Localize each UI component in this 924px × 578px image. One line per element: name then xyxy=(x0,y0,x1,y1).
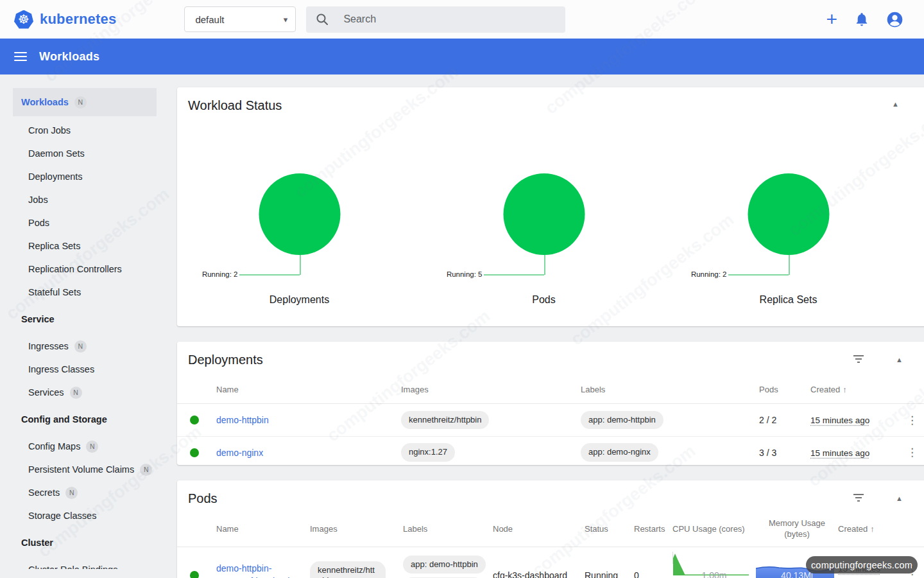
collapse-arrow-icon[interactable]: ▲ xyxy=(896,495,903,502)
cpu-usage-value: 1.00m xyxy=(672,564,756,578)
sort-ascending-icon: ↑ xyxy=(843,385,847,394)
pie-running-segment[interactable] xyxy=(259,173,340,255)
col-images[interactable]: Images xyxy=(310,524,403,534)
table-row[interactable]: demo-nginx nginx:1.27 app: demo-nginx 3 … xyxy=(177,436,924,465)
search-bar[interactable] xyxy=(306,6,565,33)
table-row[interactable]: demo-httpbin kennethreitz/httpbin app: d… xyxy=(177,404,924,436)
deployment-name-link[interactable]: demo-nginx xyxy=(216,448,401,458)
sidebar-item-secrets[interactable]: Secrets N xyxy=(0,481,167,504)
sidebar-item-deployments[interactable]: Deployments xyxy=(0,165,167,188)
col-labels[interactable]: Labels xyxy=(403,524,493,534)
new-badge: N xyxy=(74,96,87,109)
image-chip: kennethreitz/httpbin xyxy=(401,411,489,429)
pie-caption: Pods xyxy=(422,294,666,306)
new-badge: N xyxy=(74,340,87,353)
sidebar-item-replica-sets[interactable]: Replica Sets xyxy=(0,234,167,258)
sidebar-item-daemon-sets[interactable]: Daemon Sets xyxy=(0,142,167,165)
pod-restarts: 0 xyxy=(634,570,672,578)
pie-caption: Replica Sets xyxy=(666,294,911,306)
col-images[interactable]: Images xyxy=(401,385,581,394)
pie-running-segment[interactable] xyxy=(748,173,829,255)
sort-ascending-icon: ↑ xyxy=(870,524,875,534)
new-badge: N xyxy=(86,441,98,453)
pods-count: 2 / 2 xyxy=(759,415,810,425)
row-menu-kebab-icon[interactable]: ⋮ xyxy=(907,446,924,459)
callout-line xyxy=(239,274,300,276)
pod-status: Running xyxy=(585,570,634,578)
user-avatar[interactable] xyxy=(886,11,903,28)
callout-line xyxy=(544,255,545,275)
created-timestamp: 15 minutes ago xyxy=(810,448,869,458)
sidebar-item-workloads[interactable]: Workloads N xyxy=(13,88,157,116)
pie-running-segment[interactable] xyxy=(503,173,585,255)
col-name[interactable]: Name xyxy=(216,524,310,534)
sidebar-item-config-maps[interactable]: Config Maps N xyxy=(0,435,167,458)
sidebar-item-ingresses[interactable]: Ingresses N xyxy=(0,335,167,358)
menu-hamburger-icon[interactable] xyxy=(14,49,27,64)
col-restarts[interactable]: Restarts xyxy=(634,524,672,534)
new-badge: N xyxy=(65,487,78,499)
callout-line xyxy=(789,255,790,275)
pods-count: 3 / 3 xyxy=(759,448,810,458)
filter-list-icon[interactable] xyxy=(853,355,864,366)
sidebar-item-ingress-classes[interactable]: Ingress Classes xyxy=(0,358,167,381)
col-name[interactable]: Name xyxy=(216,385,401,394)
sidebar-item-services[interactable]: Services N xyxy=(0,381,167,404)
col-status[interactable]: Status xyxy=(585,524,634,534)
image-chip: kennethreitz/httpbin xyxy=(310,561,386,578)
sidebar-bottom-fade xyxy=(0,569,167,578)
sidebar-item-jobs[interactable]: Jobs xyxy=(0,188,167,211)
chevron-down-icon: ▾ xyxy=(284,15,288,24)
collapse-arrow-icon[interactable]: ▲ xyxy=(896,356,903,363)
new-badge: N xyxy=(70,387,82,399)
sidebar-item-replication-controllers[interactable]: Replication Controllers xyxy=(0,258,167,281)
kubernetes-logo[interactable]: ☸ kubernetes xyxy=(14,10,116,29)
running-status-dot xyxy=(190,448,199,457)
col-memory-usage[interactable]: Memory Usage (bytes) xyxy=(756,518,838,540)
cpu-usage-sparkline: 1.00m xyxy=(672,552,756,578)
filter-list-icon[interactable] xyxy=(853,493,864,505)
label-chip: app: demo-httpbin xyxy=(581,411,663,429)
pod-name-link[interactable]: demo-httpbin-6566cc9fdc-mbp4b xyxy=(216,563,301,578)
pod-node: cfg-k3s-dashboard xyxy=(493,570,585,578)
created-timestamp: 15 minutes ago xyxy=(810,416,869,425)
sidebar-section-cluster: Cluster xyxy=(0,531,167,554)
notifications-bell-icon[interactable] xyxy=(854,12,869,27)
page-title: Workloads xyxy=(39,50,99,64)
sidebar-item-cron-jobs[interactable]: Cron Jobs xyxy=(0,119,167,142)
pie-callout-label: Running: 5 xyxy=(447,270,483,278)
running-status-dot xyxy=(190,571,199,578)
deployments-title: Deployments xyxy=(177,342,924,367)
logo-text: kubernetes xyxy=(40,11,116,28)
sidebar-item-pods[interactable]: Pods xyxy=(0,211,167,234)
app-bar: Workloads xyxy=(0,39,924,74)
namespace-selector[interactable]: default ▾ xyxy=(184,6,296,32)
content-area: Workload Status ▲ Running: 2 Deployments… xyxy=(167,74,924,578)
deployments-card: Deployments ▲ Name Images Labels Pods Cr… xyxy=(177,342,924,465)
kubernetes-helm-icon: ☸ xyxy=(14,10,33,29)
search-icon xyxy=(315,12,329,26)
callout-line xyxy=(484,274,544,276)
col-node[interactable]: Node xyxy=(493,524,585,534)
sidebar-item-storage-classes[interactable]: Storage Classes xyxy=(0,504,167,527)
col-cpu-usage[interactable]: CPU Usage (cores) xyxy=(672,524,756,534)
deployment-name-link[interactable]: demo-httpbin xyxy=(216,415,401,425)
sidebar-item-stateful-sets[interactable]: Stateful Sets xyxy=(0,281,167,304)
col-pods[interactable]: Pods xyxy=(759,385,810,394)
callout-line xyxy=(300,255,301,275)
col-labels[interactable]: Labels xyxy=(581,385,759,394)
col-created[interactable]: Created↑ xyxy=(810,385,907,394)
row-menu-kebab-icon[interactable]: ⋮ xyxy=(907,414,924,427)
watermark-pill: computingforgeeks.com xyxy=(806,556,918,574)
col-created[interactable]: Created↑ xyxy=(838,524,924,534)
running-status-dot xyxy=(190,416,199,425)
callout-line xyxy=(728,274,789,276)
sidebar-nav: Workloads N Cron Jobs Daemon Sets Deploy… xyxy=(0,74,167,578)
pods-table-header: Name Images Labels Node Status Restarts … xyxy=(177,511,924,547)
create-resource-button[interactable]: + xyxy=(826,10,837,29)
sidebar-item-persistent-volume-claims[interactable]: Persistent Volume Claims N xyxy=(0,458,167,481)
deployments-table-header: Name Images Labels Pods Created↑ xyxy=(177,376,924,404)
search-input[interactable] xyxy=(343,13,536,25)
replica-sets-pie-chart: Running: 2 Replica Sets xyxy=(666,87,911,326)
pie-callout-label: Running: 2 xyxy=(691,270,727,278)
